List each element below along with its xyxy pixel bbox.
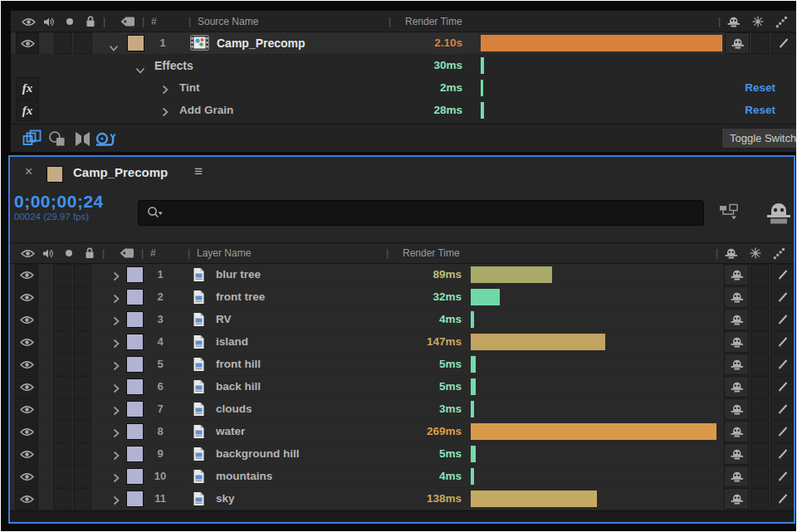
quality-switch[interactable] (770, 376, 795, 398)
label-column-tag-icon[interactable] (120, 12, 135, 32)
layer-visibility-toggle[interactable] (15, 488, 38, 510)
audio-column-speaker-icon[interactable] (42, 243, 53, 263)
shy-switch[interactable] (724, 331, 749, 353)
frame-blend-switch[interactable] (751, 398, 769, 420)
frame-blend-switch[interactable] (751, 331, 769, 353)
video-column-eye-icon[interactable] (21, 243, 35, 263)
shy-switch[interactable] (724, 286, 749, 308)
fx-toggle[interactable]: fx (16, 100, 39, 121)
layer-name-column-header[interactable]: Layer Name (197, 243, 251, 263)
frame-blend-switch[interactable] (751, 421, 769, 442)
audio-column-speaker-icon[interactable] (43, 12, 54, 32)
layer-visibility-toggle[interactable] (15, 466, 38, 487)
shy-switch[interactable] (724, 398, 749, 420)
expand-chevron-right-icon[interactable] (113, 382, 120, 397)
lock-column-icon[interactable] (85, 243, 95, 263)
layer-name[interactable]: sky (216, 488, 235, 510)
audio-toggle-box[interactable] (53, 421, 71, 442)
layer-row[interactable]: 7 clouds 3ms (10, 398, 794, 420)
lock-toggle-box[interactable] (73, 331, 91, 353)
lock-toggle-box[interactable] (73, 488, 91, 510)
audio-toggle-box[interactable] (53, 309, 71, 330)
expand-chevron-right-icon[interactable] (162, 105, 169, 120)
effect-name[interactable]: Add Grain (179, 100, 233, 121)
frame-blend-column-icon[interactable] (750, 243, 761, 263)
shy-switch[interactable] (725, 32, 750, 54)
audio-toggle-box[interactable] (53, 354, 71, 375)
label-color-swatch[interactable] (126, 356, 144, 373)
layer-visibility-toggle[interactable] (15, 443, 38, 465)
layer-name[interactable]: back hill (216, 376, 261, 398)
audio-toggle-box[interactable] (53, 398, 71, 420)
search-field[interactable] (138, 200, 704, 226)
lock-toggle-box[interactable] (73, 466, 91, 487)
audio-toggle-box[interactable] (54, 32, 72, 54)
label-column-tag-icon[interactable] (119, 243, 134, 263)
layer-name[interactable]: front tree (216, 286, 265, 308)
layer-row[interactable]: 2 front tree 32ms (10, 286, 794, 308)
render-time-column-header[interactable]: Render Time (403, 243, 460, 263)
effect-name[interactable]: Tint (179, 77, 200, 99)
label-color-swatch[interactable] (126, 446, 144, 462)
layer-visibility-toggle[interactable] (16, 32, 39, 54)
quality-switch[interactable] (770, 466, 795, 487)
frame-blend-switch[interactable] (751, 32, 770, 54)
transfer-controls-pane-icon[interactable] (46, 129, 68, 148)
label-color-swatch[interactable] (127, 35, 144, 51)
layer-row[interactable]: 11 sky 138ms (10, 488, 794, 510)
expand-chevron-right-icon[interactable] (113, 337, 120, 352)
frame-blend-switch[interactable] (751, 264, 769, 286)
expand-chevron-right-icon[interactable] (162, 83, 169, 98)
layer-visibility-toggle[interactable] (15, 331, 38, 353)
layer-row[interactable]: 4 island 147ms (10, 331, 794, 353)
shy-switch[interactable] (724, 354, 749, 375)
audio-toggle-box[interactable] (53, 488, 71, 510)
expand-chevron-right-icon[interactable] (113, 359, 120, 374)
shy-switch[interactable] (724, 421, 749, 442)
quality-switch[interactable] (770, 309, 795, 330)
frame-blend-switch[interactable] (751, 309, 769, 330)
frame-blend-column-icon[interactable] (752, 12, 764, 32)
collapse-chevron-down-icon[interactable] (135, 62, 145, 77)
shy-switch[interactable] (724, 309, 749, 330)
motion-blur-column-icon[interactable] (775, 12, 788, 32)
audio-toggle-box[interactable] (53, 376, 71, 398)
lock-column-icon[interactable] (86, 12, 95, 32)
effect-row-tint[interactable]: fx Tint 2ms Reset (11, 77, 796, 99)
shy-column-icon[interactable] (724, 243, 738, 263)
shy-switch[interactable] (724, 488, 749, 510)
collapse-chevron-down-icon[interactable] (109, 40, 119, 55)
comp-mini-flowchart-icon[interactable] (719, 203, 741, 225)
layer-name[interactable]: background hill (216, 443, 300, 465)
shy-switch[interactable] (724, 443, 749, 465)
layer-visibility-toggle[interactable] (15, 354, 38, 375)
audio-toggle-box[interactable] (53, 466, 71, 487)
label-color-swatch[interactable] (126, 423, 144, 440)
label-color-swatch[interactable] (126, 401, 144, 417)
in-out-duration-pane-icon[interactable] (71, 129, 93, 148)
quality-switch[interactable] (770, 331, 795, 353)
reset-effect-button[interactable]: Reset (684, 100, 775, 121)
frame-blend-switch[interactable] (751, 354, 769, 375)
label-color-swatch[interactable] (126, 491, 144, 507)
audio-toggle-box[interactable] (53, 286, 71, 308)
quality-switch[interactable] (770, 398, 795, 420)
expand-chevron-right-icon[interactable] (113, 292, 120, 307)
expand-chevron-right-icon[interactable] (113, 427, 120, 442)
video-column-eye-icon[interactable] (22, 12, 36, 32)
lock-toggle-box[interactable] (74, 32, 92, 54)
lock-toggle-box[interactable] (73, 309, 91, 330)
layer-row[interactable]: 1 blur tree 89ms (10, 264, 794, 286)
frame-blend-switch[interactable] (751, 443, 769, 465)
number-column-header[interactable]: # (151, 12, 157, 32)
panel-menu-icon[interactable]: ≡ (194, 164, 203, 180)
effect-row-add-grain[interactable]: fx Add Grain 28ms Reset (11, 100, 796, 121)
expand-chevron-right-icon[interactable] (113, 404, 120, 419)
expand-layer-switches-pane-icon[interactable] (22, 129, 43, 148)
layer-name[interactable]: water (216, 421, 245, 442)
frame-blend-switch[interactable] (751, 488, 769, 510)
quality-switch[interactable] (770, 488, 795, 510)
expand-chevron-right-icon[interactable] (113, 315, 120, 329)
frame-blend-switch[interactable] (751, 376, 769, 398)
label-color-swatch[interactable] (126, 289, 144, 305)
